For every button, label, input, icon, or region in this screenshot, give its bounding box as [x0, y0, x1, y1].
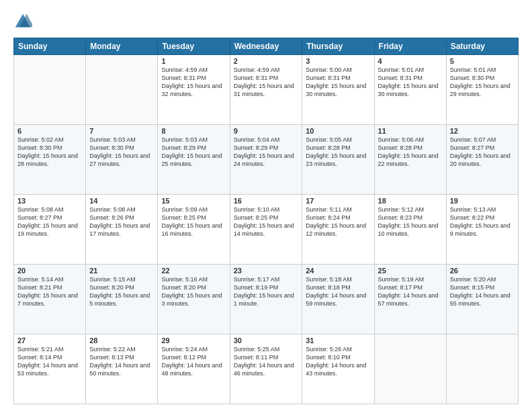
day-number: 4 — [378, 57, 443, 65]
day-info: Sunrise: 5:16 AM Sunset: 8:20 PM Dayligh… — [161, 275, 226, 308]
calendar-cell: 31Sunrise: 5:26 AM Sunset: 8:10 PM Dayli… — [302, 334, 374, 404]
calendar-cell: 11Sunrise: 5:06 AM Sunset: 8:28 PM Dayli… — [374, 125, 446, 195]
calendar-table: SundayMondayTuesdayWednesdayThursdayFrid… — [13, 38, 519, 404]
day-info: Sunrise: 5:09 AM Sunset: 8:25 PM Dayligh… — [161, 205, 226, 238]
day-info: Sunrise: 5:10 AM Sunset: 8:25 PM Dayligh… — [234, 205, 299, 238]
day-info: Sunrise: 5:03 AM Sunset: 8:30 PM Dayligh… — [89, 136, 154, 169]
header — [13, 12, 519, 31]
day-info: Sunrise: 4:59 AM Sunset: 8:31 PM Dayligh… — [234, 66, 299, 99]
calendar-cell: 21Sunrise: 5:15 AM Sunset: 8:20 PM Dayli… — [86, 265, 158, 334]
calendar-cell: 8Sunrise: 5:03 AM Sunset: 8:29 PM Daylig… — [158, 125, 230, 195]
day-number: 12 — [450, 127, 515, 135]
day-info: Sunrise: 5:24 AM Sunset: 8:12 PM Dayligh… — [161, 345, 226, 378]
calendar-cell: 26Sunrise: 5:20 AM Sunset: 8:15 PM Dayli… — [446, 265, 518, 334]
day-info: Sunrise: 5:07 AM Sunset: 8:27 PM Dayligh… — [450, 136, 515, 169]
day-number: 8 — [161, 127, 226, 135]
calendar-body: 1Sunrise: 4:59 AM Sunset: 8:31 PM Daylig… — [14, 55, 519, 404]
calendar-cell: 23Sunrise: 5:17 AM Sunset: 8:19 PM Dayli… — [230, 265, 302, 334]
day-number: 21 — [89, 267, 154, 275]
day-number: 25 — [378, 267, 443, 275]
day-number: 15 — [161, 197, 226, 205]
day-info: Sunrise: 5:04 AM Sunset: 8:29 PM Dayligh… — [234, 136, 299, 169]
day-info: Sunrise: 5:00 AM Sunset: 8:31 PM Dayligh… — [306, 66, 370, 99]
week-row-2: 6Sunrise: 5:02 AM Sunset: 8:30 PM Daylig… — [14, 125, 519, 195]
weekday-header-monday: Monday — [86, 38, 158, 55]
day-info: Sunrise: 5:01 AM Sunset: 8:30 PM Dayligh… — [450, 66, 515, 99]
calendar-cell — [374, 334, 446, 404]
day-number: 27 — [17, 336, 82, 345]
calendar-cell: 27Sunrise: 5:21 AM Sunset: 8:14 PM Dayli… — [14, 334, 86, 404]
day-info: Sunrise: 5:21 AM Sunset: 8:14 PM Dayligh… — [17, 345, 82, 378]
day-info: Sunrise: 5:14 AM Sunset: 8:21 PM Dayligh… — [17, 275, 82, 308]
calendar-cell: 18Sunrise: 5:12 AM Sunset: 8:23 PM Dayli… — [374, 195, 446, 265]
day-info: Sunrise: 5:26 AM Sunset: 8:10 PM Dayligh… — [306, 345, 370, 378]
calendar-header: SundayMondayTuesdayWednesdayThursdayFrid… — [14, 38, 519, 55]
day-number: 11 — [378, 127, 443, 135]
logo — [13, 12, 34, 31]
day-info: Sunrise: 5:12 AM Sunset: 8:23 PM Dayligh… — [378, 205, 443, 238]
calendar-cell: 13Sunrise: 5:08 AM Sunset: 8:27 PM Dayli… — [14, 195, 86, 265]
calendar-cell: 3Sunrise: 5:00 AM Sunset: 8:31 PM Daylig… — [302, 55, 374, 125]
week-row-3: 13Sunrise: 5:08 AM Sunset: 8:27 PM Dayli… — [14, 195, 519, 265]
calendar-cell: 20Sunrise: 5:14 AM Sunset: 8:21 PM Dayli… — [14, 265, 86, 334]
day-info: Sunrise: 5:13 AM Sunset: 8:22 PM Dayligh… — [450, 205, 515, 238]
calendar-cell — [14, 55, 86, 125]
day-info: Sunrise: 5:19 AM Sunset: 8:17 PM Dayligh… — [378, 275, 443, 308]
logo-icon — [13, 12, 32, 31]
weekday-header-saturday: Saturday — [446, 38, 518, 55]
week-row-5: 27Sunrise: 5:21 AM Sunset: 8:14 PM Dayli… — [14, 334, 519, 404]
weekday-header-tuesday: Tuesday — [158, 38, 230, 55]
calendar-cell — [446, 334, 518, 404]
day-number: 17 — [306, 197, 370, 205]
page: SundayMondayTuesdayWednesdayThursdayFrid… — [0, 0, 532, 411]
calendar-cell: 7Sunrise: 5:03 AM Sunset: 8:30 PM Daylig… — [86, 125, 158, 195]
day-number: 1 — [161, 57, 226, 65]
day-info: Sunrise: 5:05 AM Sunset: 8:28 PM Dayligh… — [306, 136, 370, 169]
week-row-4: 20Sunrise: 5:14 AM Sunset: 8:21 PM Dayli… — [14, 265, 519, 334]
day-number: 24 — [306, 267, 370, 275]
calendar-cell: 2Sunrise: 4:59 AM Sunset: 8:31 PM Daylig… — [230, 55, 302, 125]
day-number: 13 — [17, 197, 82, 205]
day-number: 28 — [89, 336, 154, 345]
calendar-cell: 15Sunrise: 5:09 AM Sunset: 8:25 PM Dayli… — [158, 195, 230, 265]
day-info: Sunrise: 5:08 AM Sunset: 8:27 PM Dayligh… — [17, 205, 82, 238]
calendar-cell: 25Sunrise: 5:19 AM Sunset: 8:17 PM Dayli… — [374, 265, 446, 334]
calendar-cell: 4Sunrise: 5:01 AM Sunset: 8:31 PM Daylig… — [374, 55, 446, 125]
day-info: Sunrise: 5:01 AM Sunset: 8:31 PM Dayligh… — [378, 66, 443, 99]
calendar-cell: 10Sunrise: 5:05 AM Sunset: 8:28 PM Dayli… — [302, 125, 374, 195]
weekday-header-wednesday: Wednesday — [230, 38, 302, 55]
calendar-cell: 12Sunrise: 5:07 AM Sunset: 8:27 PM Dayli… — [446, 125, 518, 195]
day-info: Sunrise: 5:02 AM Sunset: 8:30 PM Dayligh… — [17, 136, 82, 169]
day-number: 10 — [306, 127, 370, 135]
day-number: 20 — [17, 267, 82, 275]
calendar-cell: 24Sunrise: 5:18 AM Sunset: 8:18 PM Dayli… — [302, 265, 374, 334]
day-number: 26 — [450, 267, 515, 275]
calendar-cell: 5Sunrise: 5:01 AM Sunset: 8:30 PM Daylig… — [446, 55, 518, 125]
calendar-cell: 28Sunrise: 5:22 AM Sunset: 8:13 PM Dayli… — [86, 334, 158, 404]
calendar-cell: 29Sunrise: 5:24 AM Sunset: 8:12 PM Dayli… — [158, 334, 230, 404]
day-info: Sunrise: 5:20 AM Sunset: 8:15 PM Dayligh… — [450, 275, 515, 308]
day-info: Sunrise: 5:17 AM Sunset: 8:19 PM Dayligh… — [234, 275, 299, 308]
day-info: Sunrise: 5:11 AM Sunset: 8:24 PM Dayligh… — [306, 205, 370, 238]
day-number: 14 — [89, 197, 154, 205]
calendar-cell — [86, 55, 158, 125]
day-number: 7 — [89, 127, 154, 135]
calendar-cell: 9Sunrise: 5:04 AM Sunset: 8:29 PM Daylig… — [230, 125, 302, 195]
weekday-header-sunday: Sunday — [14, 38, 86, 55]
day-number: 23 — [234, 267, 299, 275]
calendar-cell: 14Sunrise: 5:08 AM Sunset: 8:26 PM Dayli… — [86, 195, 158, 265]
day-info: Sunrise: 4:59 AM Sunset: 8:31 PM Dayligh… — [161, 66, 226, 99]
day-info: Sunrise: 5:03 AM Sunset: 8:29 PM Dayligh… — [161, 136, 226, 169]
day-number: 3 — [306, 57, 370, 65]
calendar-cell: 6Sunrise: 5:02 AM Sunset: 8:30 PM Daylig… — [14, 125, 86, 195]
day-number: 6 — [17, 127, 82, 135]
calendar-cell: 1Sunrise: 4:59 AM Sunset: 8:31 PM Daylig… — [158, 55, 230, 125]
day-info: Sunrise: 5:06 AM Sunset: 8:28 PM Dayligh… — [378, 136, 443, 169]
day-number: 2 — [234, 57, 299, 65]
weekday-header-friday: Friday — [374, 38, 446, 55]
weekday-header-row: SundayMondayTuesdayWednesdayThursdayFrid… — [14, 38, 519, 55]
calendar-cell: 17Sunrise: 5:11 AM Sunset: 8:24 PM Dayli… — [302, 195, 374, 265]
weekday-header-thursday: Thursday — [302, 38, 374, 55]
day-number: 22 — [161, 267, 226, 275]
day-number: 9 — [234, 127, 299, 135]
